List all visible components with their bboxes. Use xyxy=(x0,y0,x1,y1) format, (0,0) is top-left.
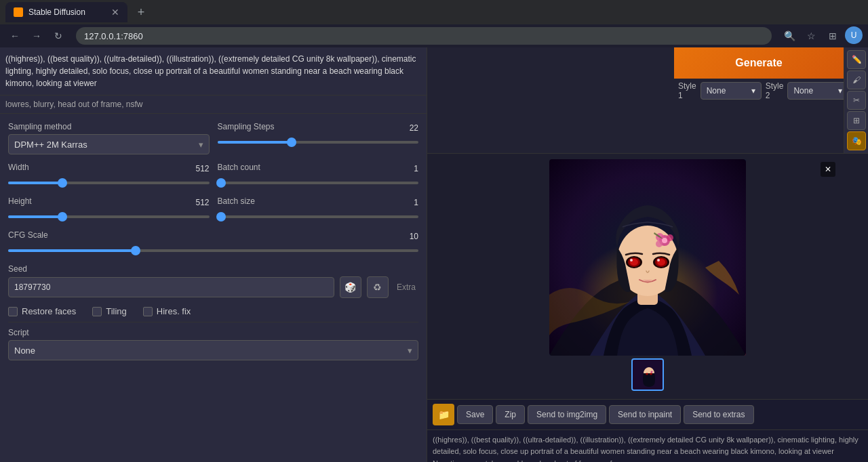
close-image-button[interactable]: ✕ xyxy=(821,162,835,177)
tab-favicon xyxy=(14,7,23,17)
width-control: Width 512 xyxy=(8,163,210,188)
address-bar[interactable]: 127.0.0.1:7860 xyxy=(76,27,772,45)
new-tab-button[interactable]: + xyxy=(130,3,152,22)
svg-point-16 xyxy=(662,238,667,243)
batch-count-label: Batch count xyxy=(218,163,260,172)
recycle-icon[interactable]: ♻ xyxy=(367,276,389,298)
style1-arrow-icon: ▾ xyxy=(751,86,755,96)
seed-input[interactable] xyxy=(8,277,334,297)
thumbnail-item[interactable] xyxy=(631,358,664,391)
generate-button[interactable]: Generate xyxy=(674,47,844,79)
styles-row: Style 1 None ▾ Style 2 None ▾ xyxy=(674,79,844,103)
scissors-icon[interactable]: ✂ xyxy=(847,91,866,110)
svg-point-20 xyxy=(646,373,648,375)
generate-section: Generate Style 1 None ▾ Style 2 None ▾ xyxy=(674,47,844,153)
zip-button[interactable]: Zip xyxy=(496,405,525,424)
positive-prompt-text[interactable]: ((highres)), ((best quality)), ((ultra-d… xyxy=(5,53,421,89)
brush-icon[interactable]: ✏️ xyxy=(847,50,866,69)
script-value: None xyxy=(14,345,35,356)
tiling-label: Tiling xyxy=(106,306,127,316)
apps-icon[interactable]: ⊞ xyxy=(823,26,842,45)
erase-icon[interactable]: 🖌 xyxy=(847,70,866,89)
positive-prompt-area: ((highres)), ((best quality)), ((ultra-d… xyxy=(0,47,427,96)
svg-point-15 xyxy=(656,240,663,247)
dice-icon[interactable]: 🎲 xyxy=(340,276,361,298)
style1-dropdown[interactable]: None ▾ xyxy=(701,82,762,100)
cfg-scale-value: 10 xyxy=(410,232,418,241)
sampling-steps-control: Sampling Steps 22 xyxy=(218,122,419,154)
anime-image-svg xyxy=(549,159,746,356)
active-tab[interactable]: Stable Diffusion ✕ xyxy=(5,2,127,22)
image-display-area xyxy=(433,159,863,356)
sampling-method-control: Sampling method DPM++ 2M Karras ▾ xyxy=(8,122,210,154)
bookmark-icon[interactable]: ☆ xyxy=(802,26,821,45)
folder-button[interactable]: 📁 xyxy=(433,404,454,425)
restore-faces-label: Restore faces xyxy=(22,306,76,316)
cfg-scale-slider[interactable] xyxy=(8,245,418,256)
overlay-icon[interactable]: ⊞ xyxy=(847,111,866,130)
batch-size-control: Batch size 1 xyxy=(218,196,419,222)
hires-fix-label: Hires. fix xyxy=(157,306,191,316)
app-main: ((highres)), ((best quality)), ((ultra-d… xyxy=(0,47,868,462)
top-controls: Generate Style 1 None ▾ Style 2 None ▾ xyxy=(427,47,868,154)
style2-value: None xyxy=(793,86,813,96)
generated-image xyxy=(549,159,746,356)
send-to-img2img-button[interactable]: Send to img2img xyxy=(528,405,606,424)
nav-icons: 🔍 ☆ ⊞ U xyxy=(780,26,863,45)
profile-icon[interactable]: U xyxy=(845,26,863,44)
batch-size-slider[interactable] xyxy=(218,211,419,222)
extra-seed-button[interactable]: Extra xyxy=(394,280,418,295)
face-icon[interactable]: 🎭 xyxy=(847,131,866,150)
width-slider[interactable] xyxy=(8,177,210,188)
search-icon[interactable]: 🔍 xyxy=(780,26,799,45)
left-panel: ((highres)), ((best quality)), ((ultra-d… xyxy=(0,47,427,462)
seed-row: 🎲 ♻ Extra xyxy=(8,276,418,298)
height-label: Height xyxy=(8,196,32,206)
send-to-inpaint-button[interactable]: Send to inpaint xyxy=(609,405,681,424)
thumbnail-strip xyxy=(433,356,863,394)
back-button[interactable]: ← xyxy=(5,26,24,45)
height-value: 512 xyxy=(195,198,209,207)
tiling-checkbox[interactable] xyxy=(92,307,102,316)
controls-area: Sampling method DPM++ 2M Karras ▾ Sampli… xyxy=(0,114,427,462)
style2-arrow-icon: ▾ xyxy=(838,86,842,96)
style2-dropdown[interactable]: None ▾ xyxy=(787,82,848,100)
sampling-method-label: Sampling method xyxy=(8,122,210,131)
browser-nav: ← → ↻ 127.0.0.1:7860 🔍 ☆ ⊞ U xyxy=(0,24,868,47)
forward-button[interactable]: → xyxy=(27,26,46,45)
width-label: Width xyxy=(8,163,29,172)
script-section: Script None ▾ xyxy=(8,322,418,360)
hires-fix-checkbox[interactable] xyxy=(143,307,153,316)
batch-count-control: Batch count 1 xyxy=(218,163,419,188)
action-buttons-row: 📁 Save Zip Send to img2img Send to inpai… xyxy=(427,399,868,429)
restore-faces-checkbox[interactable] xyxy=(8,307,18,316)
hires-fix-row: Hires. fix xyxy=(143,306,191,316)
seed-label: Seed xyxy=(8,264,418,274)
negative-prompt-area: lowres, blurry, head out of frame, nsfw xyxy=(0,96,427,114)
sampling-steps-slider[interactable] xyxy=(218,137,419,148)
browser-chrome: Stable Diffusion ✕ + ← → ↻ 127.0.0.1:786… xyxy=(0,0,868,47)
height-control: Height 512 xyxy=(8,196,210,222)
negative-prompt-text[interactable]: lowres, blurry, head out of frame, nsfw xyxy=(5,100,421,109)
right-icon-sidebar: ✏️ 🖌 ✂ ⊞ 🎭 xyxy=(844,47,868,153)
height-slider[interactable] xyxy=(8,211,210,222)
send-to-extras-button[interactable]: Send to extras xyxy=(684,405,753,424)
url-text: 127.0.0.1:7860 xyxy=(84,31,143,41)
sampling-method-dropdown[interactable]: DPM++ 2M Karras ▾ xyxy=(8,134,210,154)
refresh-button[interactable]: ↻ xyxy=(49,26,68,45)
options-checkboxes: Restore faces Tiling Hires. fix xyxy=(8,306,418,316)
image-info-area: ((highres)), ((best quality)), ((ultra-d… xyxy=(427,429,868,462)
cfg-scale-label: CFG Scale xyxy=(8,230,48,240)
svg-point-19 xyxy=(651,371,653,373)
app-container: ((highres)), ((best quality)), ((ultra-d… xyxy=(0,47,868,462)
sampling-method-value: DPM++ 2M Karras xyxy=(14,140,87,150)
tab-close-button[interactable]: ✕ xyxy=(111,7,119,18)
script-dropdown[interactable]: None ▾ xyxy=(8,340,418,360)
negative-prompt-info: Negative prompt: lowres, blurry, head ou… xyxy=(433,458,863,462)
batch-count-slider[interactable] xyxy=(218,177,419,188)
batch-count-value: 1 xyxy=(414,164,418,173)
svg-point-10 xyxy=(630,259,633,261)
right-content: Generate Style 1 None ▾ Style 2 None ▾ xyxy=(427,47,868,462)
save-button[interactable]: Save xyxy=(457,405,493,424)
dropdown-arrow-icon: ▾ xyxy=(199,140,203,150)
